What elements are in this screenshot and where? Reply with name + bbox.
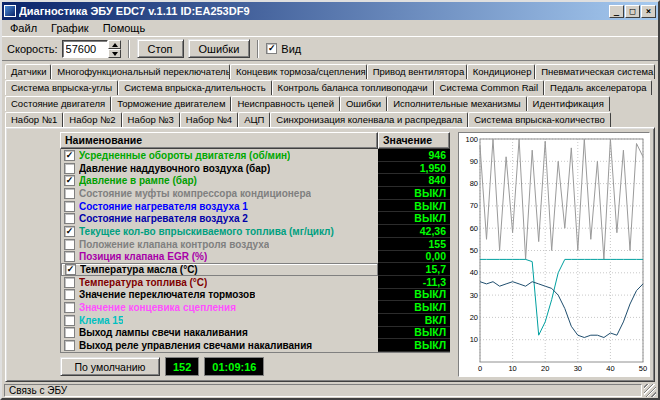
tab-0-3[interactable]: Привод вентилятора xyxy=(367,64,467,79)
menu-item-2[interactable]: Помощь xyxy=(96,21,153,35)
row-checkbox[interactable] xyxy=(64,315,75,326)
app-icon xyxy=(4,5,16,17)
row-checkbox[interactable] xyxy=(64,340,75,351)
table-row[interactable]: Положение клапана контроля воздуха155 xyxy=(61,238,450,251)
menu-item-0[interactable]: Файл xyxy=(3,21,44,35)
tab-1-4[interactable]: Педаль акселератора xyxy=(544,80,652,95)
table-row[interactable]: ✓Усредненные обороты двигателя (об/мин)9… xyxy=(61,149,450,162)
tab-3-4[interactable]: АЦП xyxy=(238,112,270,127)
minimize-button[interactable]: _ xyxy=(609,5,624,18)
tab-2-3[interactable]: Ошибки xyxy=(340,96,387,111)
tab-3-2[interactable]: Набор №3 xyxy=(122,112,180,127)
table-row[interactable]: Значение концевика сцепленияВЫКЛ xyxy=(61,301,450,314)
tab-2-2[interactable]: Неисправность цепей xyxy=(231,96,340,111)
close-button[interactable]: × xyxy=(641,5,656,18)
tab-1-1[interactable]: Система впрыска-длительность xyxy=(118,80,271,95)
row-checkbox[interactable] xyxy=(64,327,75,338)
param-value: 42,36 xyxy=(378,225,450,238)
default-button[interactable]: По умолчанию xyxy=(60,357,160,376)
table-row[interactable]: Выход реле управления свечами накаливани… xyxy=(61,339,450,352)
param-label: Усредненные обороты двигателя (об/мин) xyxy=(79,150,290,161)
row-checkbox[interactable] xyxy=(64,163,75,174)
tab-0-5[interactable]: Пневматическая система xyxy=(535,64,655,79)
tab-0-0[interactable]: Датчики xyxy=(5,64,51,79)
tab-3-1[interactable]: Набор №2 xyxy=(63,112,121,127)
row-checkbox[interactable] xyxy=(64,239,75,250)
errors-button[interactable]: Ошибки xyxy=(188,39,251,58)
stop-button[interactable]: Стоп xyxy=(137,39,184,58)
row-checkbox[interactable]: ✓ xyxy=(64,226,75,237)
spin-down-icon[interactable] xyxy=(108,49,121,58)
table-header-name[interactable]: Наименование xyxy=(60,132,378,149)
tab-3-5[interactable]: Синхронизация коленвала и распредвала xyxy=(270,112,468,127)
tab-row: Состояние двигателяТорможение двигателем… xyxy=(5,95,655,111)
svg-text:70: 70 xyxy=(470,201,478,210)
tab-2-1[interactable]: Торможение двигателем xyxy=(111,96,231,111)
param-label: Значение концевика сцепления xyxy=(79,302,236,313)
tab-1-0[interactable]: Система впрыска-углы xyxy=(5,80,118,95)
table-row[interactable]: ✓Текущее кол-во впрыскиваемого топлива (… xyxy=(61,225,450,238)
svg-text:50: 50 xyxy=(639,364,647,373)
param-label-cell: Давление наддувочного воздуха (бар) xyxy=(61,162,378,175)
svg-text:50: 50 xyxy=(470,246,478,255)
param-value: ВЫКЛ xyxy=(378,339,450,352)
table-row[interactable]: Значение переключателя тормозовВЫКЛ xyxy=(61,289,450,302)
row-checkbox[interactable]: ✓ xyxy=(64,150,75,161)
svg-text:40: 40 xyxy=(606,364,614,373)
tab-1-2[interactable]: Контроль баланса топливоподачи xyxy=(272,80,434,95)
row-checkbox[interactable]: ✓ xyxy=(65,264,76,275)
table-row[interactable]: ✓Давление в рампе (бар)840 xyxy=(61,174,450,187)
table-row[interactable]: Состояние муфты компрессора кондиционера… xyxy=(61,187,450,200)
tab-2-0[interactable]: Состояние двигателя xyxy=(5,96,111,111)
svg-text:0: 0 xyxy=(478,364,482,373)
row-checkbox[interactable] xyxy=(64,201,75,212)
param-label: Выход лампы свечи накаливания xyxy=(79,327,248,338)
maximize-button[interactable]: □ xyxy=(625,5,640,18)
row-checkbox[interactable] xyxy=(64,302,75,313)
tab-0-1[interactable]: Многофункциональный переключатель xyxy=(51,64,230,79)
row-checkbox[interactable] xyxy=(64,188,75,199)
tab-2-5[interactable]: Идентификация xyxy=(527,96,610,111)
tab-strip: ДатчикиМногофункциональный переключатель… xyxy=(2,61,658,127)
tab-2-4[interactable]: Исполнительные механизмы xyxy=(387,96,526,111)
table-row[interactable]: ✓Температура масла (°C)15,7 xyxy=(61,263,450,276)
param-value: 15,7 xyxy=(378,263,450,276)
table-row[interactable]: Температура топлива (°C)-11,3 xyxy=(61,276,450,289)
view-checkbox[interactable]: ✓ xyxy=(266,43,277,54)
param-value: ВКЛ xyxy=(378,314,450,327)
table-row[interactable]: Давление наддувочного воздуха (бар)1,950 xyxy=(61,162,450,175)
tab-0-4[interactable]: Кондиционер xyxy=(467,64,536,79)
tab-1-3[interactable]: Система Common Rail xyxy=(434,80,544,95)
spin-up-icon[interactable] xyxy=(108,40,121,49)
table-row[interactable]: Состояние нагревателя воздуха 2ВЫКЛ xyxy=(61,212,450,225)
series-dark-signal xyxy=(480,282,643,338)
param-label-cell: Значение переключателя тормозов xyxy=(61,289,378,302)
status-text: Связь с ЭБУ xyxy=(4,384,642,397)
tab-0-2[interactable]: Концевик тормоза/сцепления xyxy=(230,64,367,79)
tab-3-3[interactable]: Набор №4 xyxy=(180,112,238,127)
table-row[interactable]: Состояние нагревателя воздуха 1ВЫКЛ xyxy=(61,200,450,213)
speed-field xyxy=(62,40,121,58)
param-label-cell: Позиция клапана EGR (%) xyxy=(61,251,378,264)
speed-input[interactable] xyxy=(62,40,108,58)
row-checkbox[interactable] xyxy=(64,251,75,262)
param-value: ВЫКЛ xyxy=(378,200,450,213)
table-row[interactable]: Позиция клапана EGR (%)0,00 xyxy=(61,251,450,264)
row-checkbox[interactable] xyxy=(64,213,75,224)
tab-3-6[interactable]: Система впрыска-количество xyxy=(468,112,611,127)
window-title: Диагностика ЭБУ EDC7 v.1.11 ID:EA253DF9 xyxy=(19,5,250,17)
row-checkbox[interactable] xyxy=(64,277,75,288)
table-header-value[interactable]: Значение xyxy=(378,132,450,149)
menu-item-1[interactable]: График xyxy=(44,21,96,35)
row-checkbox[interactable]: ✓ xyxy=(64,175,75,186)
parameters-table: ✓Усредненные обороты двигателя (об/мин)9… xyxy=(60,149,450,353)
row-checkbox[interactable] xyxy=(64,289,75,300)
svg-text:90: 90 xyxy=(470,157,478,166)
tab-3-0[interactable]: Набор №1 xyxy=(5,112,63,127)
resize-grip[interactable] xyxy=(644,384,656,397)
table-row[interactable]: Клема 15ВКЛ xyxy=(61,314,450,327)
chart-panel: 10203040506070809010001020304050 xyxy=(458,132,650,377)
speed-label: Скорость: xyxy=(7,43,58,55)
svg-text:10: 10 xyxy=(508,364,516,373)
table-row[interactable]: Выход лампы свечи накаливанияВЫКЛ xyxy=(61,327,450,340)
